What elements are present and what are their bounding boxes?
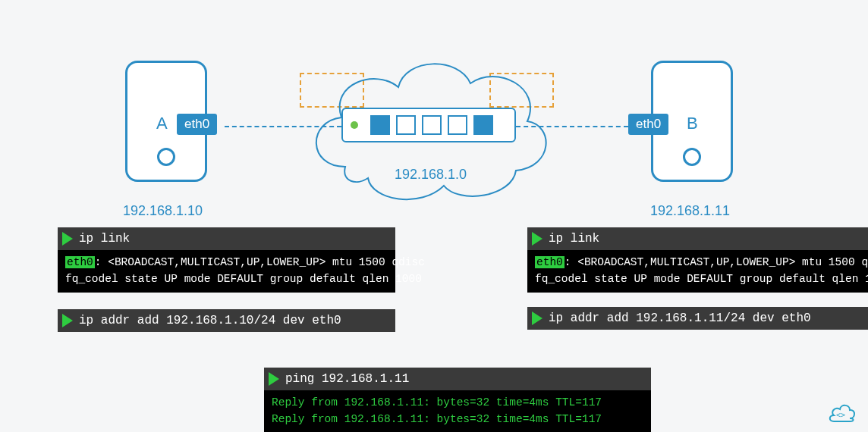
- host-a-interface-badge: eth0: [177, 114, 217, 135]
- terminal-output: eth0: <BROADCAST,MULTICAST,UP,LOWER_UP> …: [527, 250, 868, 293]
- terminal-header: ip addr add 192.168.1.11/24 dev eth0: [527, 307, 868, 330]
- iface-highlight: eth0: [535, 256, 565, 268]
- terminal-header: ip link: [527, 227, 868, 250]
- switch-port: [370, 115, 390, 135]
- terminal-b-ipaddr: ip addr add 192.168.1.11/24 dev eth0: [527, 307, 868, 330]
- home-button-icon: [157, 148, 175, 166]
- terminal-header: ip link: [58, 227, 395, 250]
- terminal-command: ping 192.168.1.11: [285, 372, 409, 386]
- terminal-command: ip link: [549, 232, 599, 246]
- terminal-output: Reply from 192.168.1.11: bytes=32 time=4…: [264, 390, 651, 432]
- iface-highlight: eth0: [65, 256, 95, 268]
- terminal-output: eth0: <BROADCAST,MULTICAST,UP,LOWER_UP> …: [58, 250, 395, 293]
- terminal-command: ip addr add 192.168.1.11/24 dev eth0: [549, 311, 811, 325]
- terminal-ping: ping 192.168.1.11 Reply from 192.168.1.1…: [264, 368, 651, 432]
- play-icon: [532, 232, 542, 246]
- play-icon: [269, 372, 279, 386]
- switch-port: [473, 115, 493, 135]
- svg-text:<>: <>: [836, 411, 845, 419]
- network-subnet: 192.168.1.0: [395, 167, 467, 183]
- play-icon: [532, 311, 542, 325]
- switch-port: [396, 115, 416, 135]
- switch-port: [422, 115, 442, 135]
- host-b-ip: 192.168.1.11: [650, 203, 730, 219]
- terminal-command: ip addr add 192.168.1.10/24 dev eth0: [79, 314, 341, 327]
- terminal-a-iplink: ip link eth0: <BROADCAST,MULTICAST,UP,LO…: [58, 227, 395, 293]
- terminal-header: ip addr add 192.168.1.10/24 dev eth0: [58, 309, 395, 332]
- host-b-interface-badge: eth0: [628, 114, 668, 135]
- terminal-command: ip link: [79, 232, 130, 246]
- switch-port: [448, 115, 467, 135]
- terminal-b-iplink: ip link eth0: <BROADCAST,MULTICAST,UP,LO…: [527, 227, 868, 293]
- cloud-code-icon: <>: [824, 402, 857, 424]
- switch-led-icon: [351, 121, 358, 129]
- network-switch: [341, 108, 516, 142]
- host-a-label: A: [156, 114, 168, 133]
- play-icon: [62, 232, 73, 246]
- home-button-icon: [683, 148, 701, 166]
- host-b-label: B: [687, 114, 698, 133]
- terminal-a-ipaddr: ip addr add 192.168.1.10/24 dev eth0: [58, 309, 395, 332]
- play-icon: [62, 314, 73, 327]
- terminal-header: ping 192.168.1.11: [264, 368, 651, 390]
- host-a-ip: 192.168.1.10: [123, 203, 203, 219]
- network-diagram: A eth0 192.168.1.10 B eth0 192.168.1.11 …: [0, 38, 868, 220]
